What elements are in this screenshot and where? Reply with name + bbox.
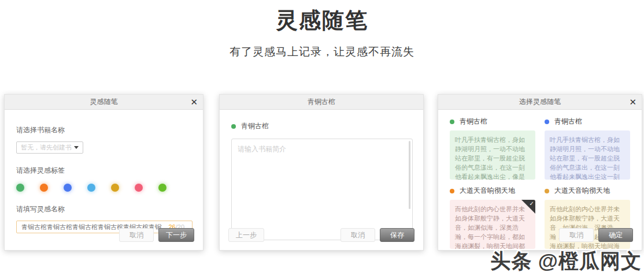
inspiration-card-cell: 青铜古棺 叶凡手扶青铜古棺，身如静湖明月照，一动不动地站在那里，有一股超尘脱俗的… bbox=[450, 115, 535, 180]
dialog3-footer: 取消 确定 bbox=[438, 228, 642, 242]
close-icon[interactable]: ✕ bbox=[190, 96, 198, 108]
card-tag-dot bbox=[450, 189, 454, 193]
cancel-button[interactable]: 取消 bbox=[340, 228, 375, 242]
intro-textarea-wrap: 0/500 bbox=[231, 139, 412, 243]
tag-dot-brightgreen[interactable] bbox=[158, 184, 166, 192]
dialog-create-inspiration: 灵感随笔 ✕ 请选择书籍名称 暂无，请先创建书籍 请选择灵感标签 请填写灵感名称… bbox=[4, 94, 203, 251]
tag-dot-lightblue[interactable] bbox=[87, 184, 95, 192]
cancel-button[interactable]: 取消 bbox=[119, 228, 154, 242]
card-header: 大道天音响彻天地 bbox=[450, 186, 535, 196]
check-icon: ✓ bbox=[530, 200, 534, 207]
book-select-dropdown[interactable]: 暂无，请先创建书籍 bbox=[16, 141, 83, 154]
inspiration-card-text: 而他此刻的内心世界并未如身体那般宁静，大道天音，如渊似海，深奥浩瀚，每一个字响起… bbox=[455, 204, 530, 249]
inspiration-card[interactable]: 叶凡手扶青铜古棺，身如静湖明月照，一动不动地站在那里，有一股超尘脱俗的气息漾出，… bbox=[545, 130, 630, 180]
dialog1-title: 灵感随笔 bbox=[90, 97, 118, 107]
hero-section: 灵感随笔 有了灵感马上记录，让灵感不再流失 bbox=[0, 0, 644, 59]
confirm-button[interactable]: 确定 bbox=[598, 228, 633, 242]
book-status-dot bbox=[231, 124, 236, 129]
prev-step-button[interactable]: 上一步 bbox=[228, 228, 264, 242]
save-button[interactable]: 保存 bbox=[380, 228, 414, 242]
cancel-button[interactable]: 取消 bbox=[559, 228, 594, 242]
inspiration-card[interactable]: 叶凡手扶青铜古棺，身如静湖明月照，一动不动地站在那里，有一股超尘脱俗的气息漾出，… bbox=[450, 130, 535, 180]
book-intro-textarea[interactable] bbox=[231, 139, 413, 240]
toutiao-watermark: 头条 @橙瓜网文 bbox=[490, 248, 642, 275]
dialog2-footer: 上一步 取消 保存 bbox=[220, 228, 423, 242]
book-title-row: 青铜古棺 bbox=[231, 121, 412, 131]
dialog1-footer: 取消 下一步 bbox=[5, 228, 203, 242]
page-subtitle: 有了灵感马上记录，让灵感不再流失 bbox=[0, 44, 644, 59]
dialog3-header: 选择灵感随笔 ✕ bbox=[438, 95, 642, 110]
dialog2-header: 青铜古棺 bbox=[220, 95, 423, 110]
card-header: 青铜古棺 bbox=[545, 117, 630, 126]
inspiration-name-label: 请填写灵感名称 bbox=[16, 204, 191, 214]
dialog2-body: 青铜古棺 0/500 bbox=[220, 121, 423, 243]
inspiration-card-text: 叶凡手扶青铜古棺，身如静湖明月照，一动不动地站在那里，有一股超尘脱俗的气息漾出，… bbox=[455, 135, 530, 180]
card-header: 青铜古棺 bbox=[450, 117, 535, 126]
book-title-text: 青铜古棺 bbox=[241, 121, 269, 131]
tag-dot-blue[interactable] bbox=[64, 184, 72, 192]
dialog1-body: 请选择书籍名称 暂无，请先创建书籍 请选择灵感标签 请填写灵感名称 26/20 bbox=[5, 125, 203, 233]
book-select-label: 请选择书籍名称 bbox=[16, 125, 191, 135]
close-icon[interactable]: ✕ bbox=[629, 96, 636, 108]
book-select-placeholder: 暂无，请先创建书籍 bbox=[21, 143, 72, 152]
chevron-down-icon bbox=[74, 146, 79, 149]
tag-dot-pink[interactable] bbox=[135, 184, 143, 192]
inspiration-card-text: 叶凡手扶青铜古棺，身如静湖明月照，一动不动地站在那里，有一股超尘脱俗的气息漾出，… bbox=[550, 135, 625, 180]
tag-dot-orange[interactable] bbox=[40, 184, 48, 192]
tag-color-row bbox=[16, 184, 191, 192]
dialog3-title: 选择灵感随笔 bbox=[519, 97, 561, 107]
card-title: 大道天音响彻天地 bbox=[554, 186, 610, 196]
card-title: 青铜古棺 bbox=[554, 117, 582, 126]
card-title: 青铜古棺 bbox=[460, 117, 487, 126]
dialog-book-intro: 青铜古棺 青铜古棺 0/500 上一步 取消 保存 bbox=[219, 94, 424, 251]
inspiration-card-text: 而他此刻的内心世界并未如身体那般宁静，大道天音，如渊似海，深奥浩瀚，每一个字响起… bbox=[550, 204, 625, 249]
dialog2-title: 青铜古棺 bbox=[308, 97, 335, 107]
card-header: 大道天音响彻天地 bbox=[545, 186, 630, 196]
dialog1-header: 灵感随笔 ✕ bbox=[5, 95, 203, 110]
card-tag-dot bbox=[545, 189, 549, 193]
next-step-button[interactable]: 下一步 bbox=[158, 228, 194, 242]
dialog-choose-inspiration: 选择灵感随笔 ✕ 青铜古棺 叶凡手扶青铜古棺，身如静湖明月照，一动不动地站在那里… bbox=[438, 94, 642, 251]
tag-dot-gold[interactable] bbox=[111, 184, 119, 192]
textarea-scrollbar[interactable] bbox=[409, 141, 410, 209]
card-tag-dot bbox=[450, 120, 454, 124]
tag-dot-green[interactable] bbox=[16, 184, 24, 192]
card-tag-dot bbox=[545, 120, 549, 124]
tag-select-label: 请选择灵感标签 bbox=[16, 166, 191, 176]
page-title: 灵感随笔 bbox=[0, 6, 644, 35]
card-title: 大道天音响彻天地 bbox=[460, 186, 515, 196]
inspiration-card-cell: 青铜古棺 叶凡手扶青铜古棺，身如静湖明月照，一动不动地站在那里，有一股超尘脱俗的… bbox=[545, 115, 630, 180]
